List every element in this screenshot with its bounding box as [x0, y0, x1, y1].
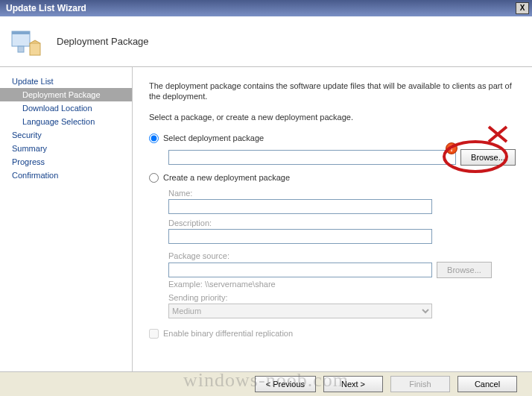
description-text-1: The deployment package contains the soft… [149, 81, 516, 102]
sidebar: Update List Deployment Package Download … [0, 67, 133, 371]
sidebar-item-language-selection[interactable]: Language Selection [0, 115, 132, 128]
sending-priority-label: Sending priority: [168, 293, 516, 302]
titlebar: Update List Wizard X [0, 0, 532, 16]
description-label: Description: [168, 219, 516, 227]
sidebar-item-download-location[interactable]: Download Location [0, 101, 132, 115]
radio-create-label: Create a new deployment package [163, 173, 290, 182]
radio-select-deployment-package[interactable]: Select deployment package [149, 133, 516, 143]
sidebar-item-security[interactable]: Security [0, 128, 132, 142]
description-input[interactable] [168, 229, 432, 244]
previous-button[interactable]: < Previous [255, 376, 316, 392]
sending-priority-select[interactable]: Medium [168, 304, 432, 318]
name-input[interactable] [168, 199, 432, 214]
radio-create-input[interactable] [149, 173, 159, 183]
header-title: Deployment Package [57, 36, 149, 47]
error-icon: ! [446, 142, 457, 154]
button-bar: < Previous Next > Finish Cancel [0, 371, 532, 396]
svg-rect-2 [18, 46, 24, 52]
sidebar-item-progress[interactable]: Progress [0, 155, 132, 169]
name-label: Name: [168, 189, 516, 198]
titlebar-text: Update List Wizard [6, 3, 516, 13]
svg-rect-1 [12, 31, 30, 34]
package-icon [7, 24, 43, 60]
package-source-input[interactable] [168, 263, 432, 277]
browse-select-button[interactable]: Browse... [460, 149, 516, 166]
close-button[interactable]: X [516, 2, 529, 14]
sidebar-item-deployment-package[interactable]: Deployment Package [0, 88, 132, 101]
sidebar-item-summary[interactable]: Summary [0, 142, 132, 155]
package-source-label: Package source: [168, 251, 516, 260]
binary-diff-checkbox-row[interactable]: Enable binary differential replication [149, 329, 516, 339]
svg-rect-3 [30, 43, 40, 55]
cancel-button[interactable]: Cancel [457, 376, 517, 392]
sidebar-item-update-list[interactable]: Update List [0, 75, 132, 88]
sidebar-item-confirmation[interactable]: Confirmation [0, 169, 132, 182]
next-button[interactable]: Next > [323, 376, 383, 392]
select-package-input[interactable] [168, 150, 456, 165]
main-content: The deployment package contains the soft… [133, 67, 532, 371]
radio-create-deployment-package[interactable]: Create a new deployment package [149, 173, 516, 183]
example-text: Example: \\servername\share [168, 280, 516, 289]
binary-diff-label: Enable binary differential replication [163, 329, 293, 338]
radio-select-label: Select deployment package [163, 133, 264, 142]
binary-diff-checkbox[interactable] [149, 329, 159, 339]
browse-source-button[interactable]: Browse... [437, 262, 492, 278]
wizard-header: Deployment Package [0, 16, 532, 67]
finish-button[interactable]: Finish [390, 376, 450, 392]
description-text-2: Select a package, or create a new deploy… [149, 113, 516, 122]
radio-select-input[interactable] [149, 133, 159, 143]
